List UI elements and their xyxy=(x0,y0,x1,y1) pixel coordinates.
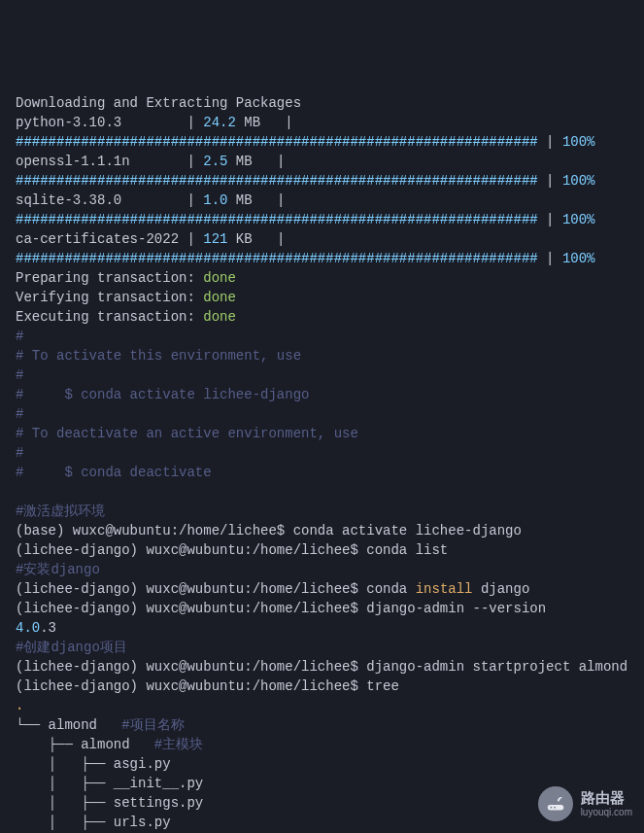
svg-point-2 xyxy=(554,807,556,809)
progress-row: ########################################… xyxy=(16,251,595,266)
prompt-line: (lichee-django) wuxc@wubuntu:/home/liche… xyxy=(16,581,529,597)
instruction-line: # $ conda activate lichee-django xyxy=(16,387,309,402)
version-output: 4.0.3 xyxy=(16,620,56,636)
prompt-line: (lichee-django) wuxc@wubuntu:/home/liche… xyxy=(16,659,627,675)
svg-point-1 xyxy=(550,807,552,809)
prompt-line: (lichee-django) wuxc@wubuntu:/home/liche… xyxy=(16,601,546,616)
comment-create-project: #创建django项目 xyxy=(16,640,127,655)
watermark: 路由器 luyouqi.com xyxy=(538,786,632,821)
pkg-row: python-3.10.3 | 24.2 MB | xyxy=(16,115,293,130)
tree-root: . xyxy=(16,698,23,713)
header-line: Downloading and Extracting Packages xyxy=(16,95,301,111)
transaction-line: Preparing transaction: done xyxy=(16,270,236,286)
instruction-line: # To activate this environment, use xyxy=(16,348,301,364)
progress-row: ########################################… xyxy=(16,212,595,227)
prompt-line: (base) wuxc@wubuntu:/home/lichee$ conda … xyxy=(16,523,522,538)
tree-line: │ ├── __init__.py xyxy=(16,776,203,791)
prompt-line: (lichee-django) wuxc@wubuntu:/home/liche… xyxy=(16,542,448,558)
instruction-line: # xyxy=(16,329,23,344)
progress-row: ########################################… xyxy=(16,134,595,150)
tree-line: │ ├── settings.py xyxy=(16,795,203,811)
transaction-line: Verifying transaction: done xyxy=(16,290,236,305)
instruction-line: # xyxy=(16,367,23,383)
progress-row: ########################################… xyxy=(16,173,595,189)
tree-line: ├── almond #主模块 xyxy=(16,737,203,752)
tree-line: └── almond #项目名称 xyxy=(16,717,185,733)
transaction-line: Executing transaction: done xyxy=(16,309,236,325)
terminal-output: Downloading and Extracting Packages pyth… xyxy=(16,93,628,833)
comment-install-django: #安装django xyxy=(16,562,100,577)
comment-activate-env: #激活虚拟环境 xyxy=(16,503,105,519)
instruction-line: # $ conda deactivate xyxy=(16,465,212,480)
instruction-line: # To deactivate an active environment, u… xyxy=(16,426,358,441)
pkg-row: openssl-1.1.1n | 2.5 MB | xyxy=(16,154,285,169)
tree-line: │ ├── urls.py xyxy=(16,815,171,830)
pkg-row: ca-certificates-2022 | 121 KB | xyxy=(16,231,285,247)
tree-line: │ ├── asgi.py xyxy=(16,756,171,772)
prompt-line: (lichee-django) wuxc@wubuntu:/home/liche… xyxy=(16,678,399,694)
instruction-line: # xyxy=(16,406,23,422)
watermark-text: 路由器 luyouqi.com xyxy=(581,790,632,817)
instruction-line: # xyxy=(16,445,23,461)
pkg-row: sqlite-3.38.0 | 1.0 MB | xyxy=(16,192,285,208)
router-icon xyxy=(538,786,573,821)
